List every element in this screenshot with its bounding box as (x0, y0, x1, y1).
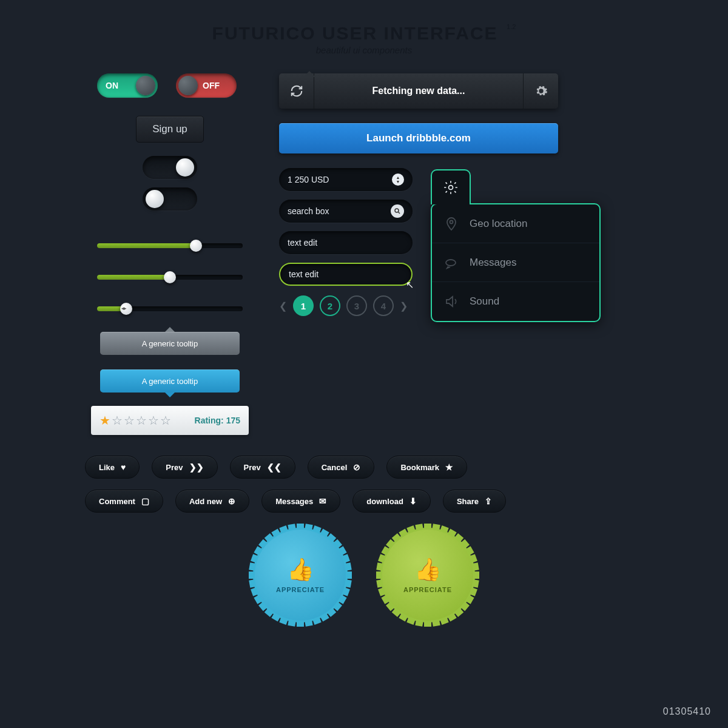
tooltip-gray: A generic tooltip (100, 332, 240, 355)
messages-button[interactable]: Messages✉ (261, 490, 340, 513)
pill-row-1: Like♥ Prev❯❯ Prev❮❮ Cancel⊘ Bookmark★ (85, 456, 643, 479)
badge-text: APPRECIATE (276, 586, 325, 593)
slider-1[interactable] (97, 243, 243, 248)
price-stepper[interactable]: 1 250 USD ▲▼ (279, 168, 413, 191)
price-value: 1 250 USD (288, 175, 329, 184)
page-subtitle: beautiful ui components (0, 45, 728, 55)
plus-icon: ⊕ (228, 496, 235, 506)
toggle-knob (136, 76, 155, 95)
status-bar: Fetching new data... (279, 73, 558, 109)
prev-button[interactable]: Prev❮❮ (230, 456, 295, 479)
star-icon[interactable]: ☆ (124, 413, 135, 428)
menu-item-sound[interactable]: Sound (432, 282, 599, 321)
toggle-on[interactable]: ON (97, 73, 158, 98)
mail-icon: ✉ (319, 496, 326, 506)
toggle-off-label: OFF (203, 81, 220, 90)
pill-row-2: Comment▢ Add new⊕ Messages✉ download⬇ Sh… (85, 490, 643, 513)
settings-menu: Geo location Messages Sound (431, 203, 601, 322)
badge-text: APPRECIATE (403, 586, 452, 593)
mini-toggle-1[interactable] (143, 156, 197, 179)
tooltip-blue: A generic tooltip (100, 369, 240, 393)
svg-point-0 (395, 209, 399, 212)
rating-box: ★ ☆ ☆ ☆ ☆ ☆ Rating: 175 (91, 406, 249, 435)
tooltip-text: A generic tooltip (142, 377, 198, 386)
tooltip-text: A generic tooltip (142, 339, 198, 348)
stars[interactable]: ★ ☆ ☆ ☆ ☆ ☆ (99, 413, 171, 428)
svg-point-1 (449, 186, 453, 190)
search-input[interactable]: search box (279, 200, 413, 223)
chevron-right-icon: ❯❯ (189, 462, 204, 472)
star-icon[interactable]: ★ (99, 413, 110, 428)
share-button[interactable]: Share⇪ (443, 490, 506, 513)
slider-3[interactable] (97, 306, 243, 311)
mini-toggle-knob (146, 190, 164, 208)
cursor-icon: ↖ (406, 279, 414, 291)
appreciate-badge-blue[interactable]: 👍 APPRECIATE (255, 530, 346, 621)
star-icon[interactable]: ☆ (112, 413, 123, 428)
chevron-left-icon[interactable]: ❮ (279, 300, 287, 312)
text-input-1[interactable]: text edit (279, 231, 413, 254)
slider-knob[interactable] (190, 240, 202, 252)
chevron-right-icon[interactable]: ❯ (400, 300, 408, 312)
launch-label: Launch dribbble.com (366, 132, 471, 144)
version-label: 1.2 (507, 23, 516, 30)
svg-point-2 (450, 220, 453, 223)
settings-tab[interactable] (431, 169, 471, 204)
page-1[interactable]: 1 (293, 295, 314, 316)
prev-next-button[interactable]: Prev❯❯ (152, 456, 217, 479)
stepper-icon[interactable]: ▲▼ (392, 174, 404, 186)
mini-toggle-2[interactable] (143, 187, 197, 211)
download-icon: ⬇ (410, 496, 417, 506)
star-icon: ★ (445, 462, 453, 472)
signup-label: Sign up (152, 123, 187, 135)
star-icon[interactable]: ☆ (136, 413, 147, 428)
comment-button[interactable]: Comment▢ (85, 490, 163, 513)
menu-item-messages[interactable]: Messages (432, 243, 599, 282)
thumbs-up-icon: 👍 (414, 557, 442, 582)
search-placeholder: search box (288, 206, 329, 216)
menu-label: Geo location (470, 218, 527, 230)
signup-button[interactable]: Sign up (136, 116, 204, 143)
refresh-icon[interactable] (279, 73, 314, 109)
status-text: Fetching new data... (314, 86, 523, 96)
launch-button[interactable]: Launch dribbble.com (279, 123, 558, 153)
slider-knob[interactable] (120, 303, 132, 315)
text-value: text edit (288, 238, 317, 248)
menu-label: Messages (470, 257, 516, 269)
star-icon[interactable]: ☆ (160, 413, 171, 428)
rating-label: Rating: 175 (195, 416, 240, 425)
bookmark-button[interactable]: Bookmark★ (386, 456, 467, 479)
star-icon[interactable]: ☆ (148, 413, 159, 428)
add-new-button[interactable]: Add new⊕ (175, 490, 249, 513)
text-input-2-active[interactable]: text edit ↖ (279, 263, 413, 286)
toggle-off[interactable]: OFF (176, 73, 237, 98)
gear-icon[interactable] (523, 73, 558, 109)
toggle-knob (178, 76, 198, 95)
speaker-icon (444, 294, 459, 309)
page-3[interactable]: 3 (346, 295, 367, 316)
page-title: FUTURICO USER INTERFACE (212, 23, 498, 44)
thumbs-up-icon: 👍 (287, 557, 314, 582)
menu-label: Sound (470, 295, 499, 308)
pagination: ❮ 1 2 3 4 ❯ (279, 295, 413, 316)
header: FUTURICO USER INTERFACE 1.2 beautiful ui… (0, 0, 728, 55)
slider-knob[interactable] (164, 271, 176, 283)
cancel-icon: ⊘ (353, 462, 360, 472)
share-icon: ⇪ (485, 496, 492, 506)
search-icon[interactable] (391, 204, 404, 218)
footer-code: 01305410 (663, 706, 711, 717)
cancel-button[interactable]: Cancel⊘ (308, 456, 375, 479)
heart-icon: ♥ (121, 462, 126, 472)
toggle-on-label: ON (106, 81, 118, 90)
text-value: text edit (289, 269, 318, 279)
mini-toggle-knob (176, 158, 194, 177)
slider-2[interactable] (97, 275, 243, 280)
appreciate-badge-green[interactable]: 👍 APPRECIATE (382, 530, 473, 621)
page-4[interactable]: 4 (373, 295, 394, 316)
menu-item-geolocation[interactable]: Geo location (432, 204, 599, 243)
like-button[interactable]: Like♥ (85, 456, 140, 479)
download-button[interactable]: download⬇ (352, 490, 431, 513)
page-2[interactable]: 2 (320, 295, 340, 316)
pin-icon (444, 217, 459, 231)
comment-icon: ▢ (141, 496, 149, 506)
